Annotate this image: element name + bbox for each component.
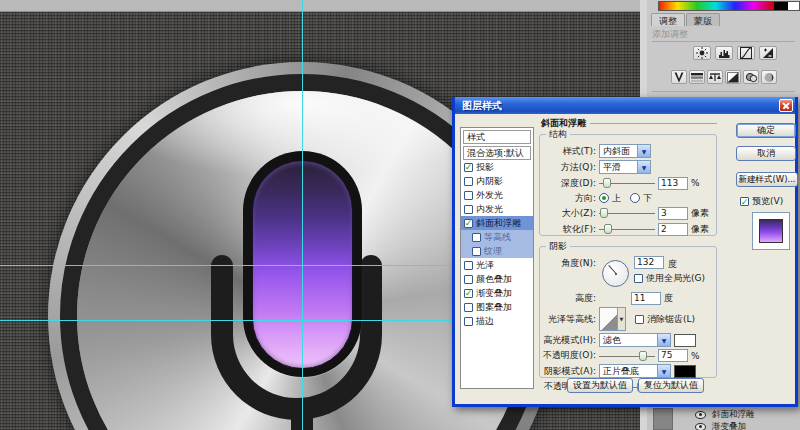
styles-list: 样式 混合选项:默认 ✓投影 内阴影 外发光 内发光 ✓斜面和浮雕: [460, 127, 534, 389]
vibrance-icon[interactable]: [671, 70, 687, 84]
brightness-contrast-icon[interactable]: [693, 46, 711, 60]
set-default-button[interactable]: 设置为默认值: [567, 378, 633, 393]
chevron-down-icon: ▼: [617, 308, 625, 330]
checkbox[interactable]: [464, 317, 473, 326]
soften-input[interactable]: 2: [658, 223, 688, 236]
checkbox-checked[interactable]: ✓: [464, 219, 473, 228]
checkbox[interactable]: [464, 261, 473, 270]
shadow-color-swatch[interactable]: [674, 365, 696, 378]
angle-block: 角度(N): 132 度 使用全局光(G): [542, 255, 712, 291]
depth-input[interactable]: 113: [658, 177, 688, 190]
direction-up-radio[interactable]: [599, 193, 609, 203]
list-item-texture[interactable]: 纹理: [461, 244, 533, 258]
color-spectrum-bar[interactable]: [658, 1, 800, 11]
add-adjustment-hint: 添加调整: [652, 28, 688, 41]
chevron-down-icon: ▼: [637, 161, 650, 173]
list-item-styles[interactable]: 样式: [463, 130, 531, 144]
list-item-inner-glow[interactable]: 内发光: [461, 202, 533, 216]
list-item-color-overlay[interactable]: 颜色叠加: [461, 272, 533, 286]
list-item-contour[interactable]: 等高线: [461, 230, 533, 244]
highlight-color-swatch[interactable]: [674, 334, 696, 347]
list-item-gradient-overlay[interactable]: ✓渐变叠加: [461, 286, 533, 300]
checkbox-checked[interactable]: ✓: [740, 197, 749, 206]
size-unit: 像素: [691, 207, 709, 220]
list-item-bevel-emboss[interactable]: ✓斜面和浮雕: [461, 216, 533, 230]
antialias-check[interactable]: 消除锯齿(L): [635, 313, 695, 326]
checkbox[interactable]: [464, 275, 473, 284]
size-slider[interactable]: [599, 207, 655, 219]
effect-label: 渐变叠加: [712, 421, 746, 430]
shadow-mode-select[interactable]: 正片叠底 ▼: [599, 364, 671, 378]
gloss-contour-picker[interactable]: ▼: [599, 307, 626, 331]
highlight-opacity-input[interactable]: 75: [658, 349, 688, 362]
tab-adjustments[interactable]: 调整: [651, 13, 685, 26]
panel-tabs: 调整 蒙版: [651, 13, 720, 26]
levels-icon[interactable]: [715, 46, 733, 60]
list-item-blending-options[interactable]: 混合选项:默认: [463, 146, 531, 160]
altitude-label: 高度:: [542, 292, 596, 305]
shadow-mode-label: 阴影模式(A):: [542, 365, 596, 378]
black-white-icon[interactable]: [725, 70, 741, 84]
color-spectrum-ramp[interactable]: [659, 2, 774, 10]
effect-row-bevel[interactable]: 斜面和浮雕: [695, 409, 800, 420]
highlight-opacity-slider[interactable]: [599, 350, 655, 362]
color-balance-icon[interactable]: [707, 70, 723, 84]
dialog-titlebar[interactable]: 图层样式: [455, 97, 795, 114]
highlight-mode-select[interactable]: 滤色 ▼: [599, 333, 671, 347]
checkbox[interactable]: [472, 233, 481, 242]
list-item-drop-shadow[interactable]: ✓投影: [461, 160, 533, 174]
checkbox[interactable]: [464, 177, 473, 186]
ok-button[interactable]: 确定: [736, 123, 796, 138]
visibility-eye-icon[interactable]: [695, 423, 706, 430]
hue-saturation-icon[interactable]: [689, 70, 705, 84]
checkbox-checked[interactable]: ✓: [464, 163, 473, 172]
checkbox[interactable]: [464, 191, 473, 200]
selective-color-icon[interactable]: [761, 70, 777, 84]
list-item-outer-glow[interactable]: 外发光: [461, 188, 533, 202]
soften-slider[interactable]: [599, 223, 655, 235]
close-icon[interactable]: [779, 99, 793, 112]
exposure-icon[interactable]: [759, 46, 777, 60]
layers-panel-effects: 斜面和浮雕 渐变叠加: [647, 408, 800, 430]
direction-down-radio[interactable]: [630, 193, 640, 203]
checkbox-checked[interactable]: ✓: [464, 289, 473, 298]
effect-row-gradient-overlay[interactable]: 渐变叠加: [695, 421, 800, 430]
soften-label: 软化(F):: [542, 223, 596, 236]
color-spectrum-black[interactable]: [774, 2, 788, 10]
direction-label: 方向:: [542, 192, 596, 205]
size-input[interactable]: 3: [658, 207, 688, 220]
checkbox[interactable]: [472, 247, 481, 256]
dialog-body: 样式 混合选项:默认 ✓投影 内阴影 外发光 内发光 ✓斜面和浮雕: [455, 114, 795, 404]
photo-filter-icon[interactable]: [743, 70, 759, 84]
list-item-inner-shadow[interactable]: 内阴影: [461, 174, 533, 188]
checkbox[interactable]: [464, 303, 473, 312]
adjustment-icons-row2: [671, 70, 777, 84]
use-global-light[interactable]: 使用全局光(G): [634, 272, 705, 285]
reset-default-button[interactable]: 复位为默认值: [638, 378, 704, 393]
visibility-eye-icon[interactable]: [695, 411, 706, 419]
cancel-button[interactable]: 取消: [736, 146, 796, 161]
technique-select[interactable]: 平滑 ▼: [599, 160, 651, 174]
curves-icon[interactable]: [737, 46, 755, 60]
angle-input[interactable]: 132: [634, 256, 664, 269]
new-style-button[interactable]: 新建样式(W)...: [736, 172, 798, 187]
highlight-opacity-label: 不透明度(O):: [542, 349, 596, 362]
style-label: 样式(T):: [542, 145, 596, 158]
gloss-contour-label: 光泽等高线:: [542, 313, 596, 326]
altitude-input[interactable]: 11: [631, 292, 661, 305]
list-item-satin[interactable]: 光泽: [461, 258, 533, 272]
checkbox[interactable]: [635, 315, 644, 324]
checkbox[interactable]: [634, 274, 643, 283]
angle-dial[interactable]: [602, 260, 629, 287]
preview-checkbox[interactable]: ✓ 预览(V): [740, 195, 783, 208]
style-select[interactable]: 内斜面 ▼: [599, 144, 651, 158]
list-item-stroke[interactable]: 描边: [461, 314, 533, 328]
depth-label: 深度(D):: [542, 177, 596, 190]
depth-slider[interactable]: [599, 177, 655, 189]
guide-vertical[interactable]: [302, 0, 303, 430]
color-spectrum-white[interactable]: [788, 2, 799, 10]
tab-masks[interactable]: 蒙版: [686, 13, 720, 26]
layer-thumbnail[interactable]: [653, 408, 673, 430]
list-item-pattern-overlay[interactable]: 图案叠加: [461, 300, 533, 314]
checkbox[interactable]: [464, 205, 473, 214]
